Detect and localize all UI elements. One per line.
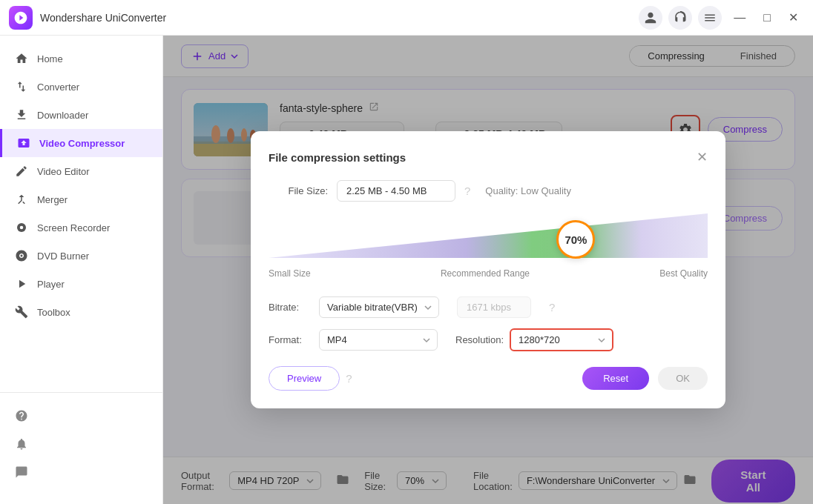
recorder-icon [15,221,28,234]
bitrate-help-icon[interactable]: ? [549,301,555,314]
home-icon [15,52,28,65]
modal-overlay: File compression settings ✕ File Size: ?… [163,36,813,504]
slider-label-middle: Recommended Range [441,268,530,279]
slider-label-right: Best Quality [659,268,708,279]
app-logo [9,6,33,30]
toolbox-icon [15,305,28,319]
slider-labels: Small Size Recommended Range Best Qualit… [269,268,708,279]
preview-button[interactable]: Preview [269,366,340,391]
window-controls: — □ ✕ [639,6,804,30]
sidebar-label-toolbox: Toolbox [37,307,70,318]
modal-format-row: Format: MP4 Resolution: 1280*720 [269,328,708,351]
quality-text: Quality: Low Quality [485,185,571,196]
main-content: Add Compressing Finished [163,36,813,504]
modal-filesize-row: File Size: ? Quality: Low Quality [269,180,708,202]
downloader-icon [15,108,28,122]
modal-footer-left: Preview ? [269,366,352,391]
slider-label-left: Small Size [269,268,311,279]
sidebar-label-converter: Converter [37,82,79,93]
sidebar-label-screen-recorder: Screen Recorder [37,222,110,233]
sidebar-item-toolbox[interactable]: Toolbox [0,298,162,326]
menu-icon-btn[interactable] [698,6,722,30]
sidebar-label-dvd-burner: DVD Burner [37,251,89,262]
sidebar-item-help[interactable] [0,402,162,430]
feedback-icon [15,465,28,479]
sidebar-item-merger[interactable]: Merger [0,185,162,213]
svg-marker-9 [269,213,708,258]
ok-button[interactable]: OK [658,367,708,390]
preview-help-icon[interactable]: ? [346,372,352,385]
close-btn[interactable]: ✕ [783,7,804,27]
sidebar-item-screen-recorder[interactable]: Screen Recorder [0,213,162,242]
resolution-select[interactable]: 1280*720 [510,328,613,351]
sidebar-item-video-compressor[interactable]: Video Compressor [0,129,162,157]
modal-header: File compression settings ✕ [269,149,708,165]
modal-footer-right: Reset OK [582,367,708,390]
player-icon [15,277,28,291]
sidebar-item-notifications[interactable] [0,430,162,458]
sidebar-label-merger: Merger [37,194,68,205]
filesize-help-icon[interactable]: ? [464,185,470,197]
converter-icon [15,80,28,93]
percentage-value: 70% [565,233,587,246]
app-title: Wondershare UniConverter [40,12,639,24]
sidebar-label-video-editor: Video Editor [37,166,90,177]
compressor-icon [17,136,30,150]
bell-icon [15,437,28,451]
sidebar-item-video-editor[interactable]: Video Editor [0,157,162,185]
modal-footer: Preview ? Reset OK [269,366,708,391]
format-label: Format: [269,334,313,345]
sidebar-item-converter[interactable]: Converter [0,73,162,101]
sidebar-item-feedback[interactable] [0,458,162,486]
resolution-label: Resolution: [455,334,504,345]
sidebar-item-downloader[interactable]: Downloader [0,101,162,129]
sidebar-label-player: Player [37,279,65,290]
sidebar-bottom [0,392,162,495]
titlebar: Wondershare UniConverter — □ ✕ [0,0,813,36]
sidebar-label-home: Home [37,53,63,64]
help-icon-sidebar [15,409,28,422]
slider-chart-svg [269,213,708,258]
reset-button[interactable]: Reset [582,367,649,390]
modal-filesize-label: File Size: [269,185,328,196]
bitrate-label: Bitrate: [269,302,313,313]
dvd-icon [15,249,28,262]
slider-visual[interactable]: 70% [269,213,708,265]
compression-slider-container: 70% Small Size Recommended Range Best Qu… [269,213,708,279]
user-icon-btn[interactable] [639,6,662,30]
bitrate-select[interactable]: Variable bitrate(VBR) [319,296,439,318]
sidebar: Home Converter Downloader Video Compress… [0,36,163,504]
modal-bitrate-row: Bitrate: Variable bitrate(VBR) 1671 kbps… [269,296,708,318]
svg-point-1 [20,226,24,230]
format-select[interactable]: MP4 [319,329,438,351]
merger-icon [15,193,28,206]
bitrate-value-display: 1671 kbps [457,296,531,318]
modal-filesize-input[interactable] [337,180,455,202]
sidebar-item-dvd-burner[interactable]: DVD Burner [0,242,162,270]
minimize-btn[interactable]: — [728,8,751,27]
modal-close-btn[interactable]: ✕ [697,149,708,165]
headset-icon-btn[interactable] [668,6,692,30]
sidebar-item-player[interactable]: Player [0,270,162,298]
percentage-badge[interactable]: 70% [556,220,595,259]
modal-title: File compression settings [269,151,406,164]
sidebar-label-video-compressor: Video Compressor [39,138,125,149]
editor-icon [15,165,28,178]
sidebar-label-downloader: Downloader [37,110,88,121]
compression-settings-modal: File compression settings ✕ File Size: ?… [251,131,725,408]
app-body: Home Converter Downloader Video Compress… [0,36,813,504]
maximize-btn[interactable]: □ [757,8,777,27]
sidebar-item-home[interactable]: Home [0,44,162,73]
